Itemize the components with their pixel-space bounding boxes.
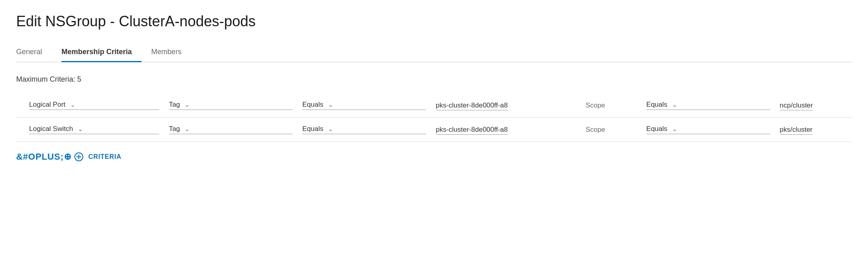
row2-scope-label-cell: Scope xyxy=(577,118,641,142)
row1-scope-operator-cell[interactable]: Equals ⌄ xyxy=(642,93,775,118)
table-row: Logical Port ⌄ Tag ⌄ Equals ⌄ pks-cluste… xyxy=(16,93,852,118)
row1-operator-dropdown[interactable]: Equals ⌄ xyxy=(302,101,426,110)
add-criteria-label: CRITERIA xyxy=(88,153,121,160)
add-criteria-circle-icon xyxy=(74,152,83,161)
row1-scope-operator-chevron-icon: ⌄ xyxy=(672,101,677,108)
row1-type-cell[interactable]: Logical Port ⌄ xyxy=(16,93,164,118)
tab-general[interactable]: General xyxy=(16,44,52,62)
row1-type-chevron-icon: ⌄ xyxy=(70,101,75,108)
row1-attribute-dropdown[interactable]: Tag ⌄ xyxy=(169,101,293,110)
row2-tag-value: pks-cluster-8de000ff-a8 xyxy=(436,126,508,135)
row2-operator-cell[interactable]: Equals ⌄ xyxy=(298,118,431,142)
tabs-container: General Membership Criteria Members xyxy=(16,44,852,62)
row2-type-dropdown[interactable]: Logical Switch ⌄ xyxy=(29,125,159,134)
table-row: Logical Switch ⌄ Tag ⌄ Equals ⌄ pks-clus… xyxy=(16,118,852,142)
row2-type-chevron-icon: ⌄ xyxy=(78,126,83,132)
criteria-table: Logical Port ⌄ Tag ⌄ Equals ⌄ pks-cluste… xyxy=(16,93,852,142)
row2-scope-operator-cell[interactable]: Equals ⌄ xyxy=(642,118,775,142)
row2-scope-operator-value: Equals xyxy=(646,125,667,133)
add-criteria-button[interactable]: &#oplus;⊕ CRITERIA xyxy=(16,152,852,162)
row2-operator-chevron-icon: ⌄ xyxy=(328,126,333,132)
max-criteria-label: Maximum Criteria: 5 xyxy=(16,75,852,84)
row2-attribute-chevron-icon: ⌄ xyxy=(185,126,190,132)
row1-attribute-value: Tag xyxy=(169,101,180,109)
row1-scope-label-cell: Scope xyxy=(577,93,641,118)
row1-type-value: Logical Port xyxy=(29,101,65,109)
tab-members[interactable]: Members xyxy=(151,44,191,62)
row2-attribute-value: Tag xyxy=(169,125,180,133)
row2-type-cell[interactable]: Logical Switch ⌄ xyxy=(16,118,164,142)
row1-scope-operator-value: Equals xyxy=(646,101,667,109)
tab-membership-criteria[interactable]: Membership Criteria xyxy=(61,44,141,62)
row1-scope-operator-dropdown[interactable]: Equals ⌄ xyxy=(646,101,770,110)
row2-attribute-cell[interactable]: Tag ⌄ xyxy=(164,118,298,142)
row1-attribute-cell[interactable]: Tag ⌄ xyxy=(164,93,298,118)
row1-tag-value: pks-cluster-8de000ff-a8 xyxy=(436,101,508,110)
row2-operator-value: Equals xyxy=(302,125,323,133)
row1-operator-chevron-icon: ⌄ xyxy=(328,101,333,108)
row1-scope-value: ncp/cluster xyxy=(780,101,813,110)
row2-value-cell[interactable]: pks-cluster-8de000ff-a8 xyxy=(431,118,578,142)
add-circle-icon: &#oplus;⊕ xyxy=(16,152,71,162)
row1-scope-value-cell[interactable]: ncp/cluster xyxy=(775,93,852,118)
row2-operator-dropdown[interactable]: Equals ⌄ xyxy=(302,125,426,134)
page-title: Edit NSGroup - ClusterA-nodes-pods xyxy=(16,13,852,30)
row1-operator-value: Equals xyxy=(302,101,323,109)
row2-scope-value-cell[interactable]: pks/cluster xyxy=(775,118,852,142)
row2-scope-value: pks/cluster xyxy=(780,126,813,135)
row1-type-dropdown[interactable]: Logical Port ⌄ xyxy=(29,101,159,110)
row2-attribute-dropdown[interactable]: Tag ⌄ xyxy=(169,125,293,134)
row2-scope-operator-chevron-icon: ⌄ xyxy=(672,126,677,132)
row2-scope-operator-dropdown[interactable]: Equals ⌄ xyxy=(646,125,770,134)
row1-operator-cell[interactable]: Equals ⌄ xyxy=(298,93,431,118)
row1-scope-label: Scope xyxy=(582,101,608,109)
row1-value-cell[interactable]: pks-cluster-8de000ff-a8 xyxy=(431,93,578,118)
row1-attribute-chevron-icon: ⌄ xyxy=(185,101,190,108)
row2-scope-label: Scope xyxy=(582,126,608,133)
row2-type-value: Logical Switch xyxy=(29,125,73,133)
